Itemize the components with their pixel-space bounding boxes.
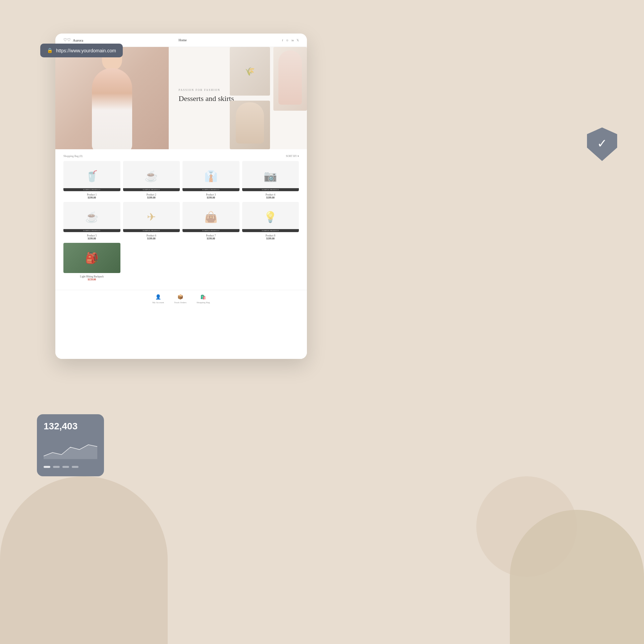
product-price-5: $199.00 — [63, 237, 120, 240]
hero-image-right — [273, 47, 307, 111]
bg-shape-left — [0, 476, 168, 644]
stats-chart — [44, 438, 97, 462]
product-image-7: 👜 SAMPLE PRODUCT — [182, 202, 239, 232]
hero-section: PASSION FOR FASHION Desserts and skirts … — [55, 47, 307, 149]
url-bar[interactable]: 🔒 https://www.yourdomain.com — [40, 44, 123, 57]
bg-shape-right2 — [476, 476, 577, 577]
shopping-bag-label: Shopping Bag (0) — [63, 155, 83, 158]
product-card-3[interactable]: 👔 SAMPLE PRODUCT Product 3 $199.00 — [182, 161, 239, 199]
shopping-bag-label-footer: Shopping Bag — [197, 301, 210, 304]
hero-model-image — [55, 47, 169, 149]
sample-badge-2: SAMPLE PRODUCT — [123, 188, 180, 191]
sample-badge-4: SAMPLE PRODUCT — [242, 188, 299, 191]
hero-left — [55, 47, 169, 149]
lock-icon: 🔒 — [47, 48, 53, 53]
shield-shape: ✓ — [587, 127, 617, 161]
hero-image-bottom — [230, 101, 270, 149]
site-footer: 👤 My Account 📦 Track Orders 🛍️ Shopping … — [55, 290, 307, 308]
product-image-4: 📷 SAMPLE PRODUCT — [242, 161, 299, 191]
hero-right: PASSION FOR FASHION Desserts and skirts … — [169, 47, 307, 149]
product-name-4: Product 4 — [242, 193, 299, 196]
product-price-8: $199.00 — [242, 237, 299, 240]
model-figure — [92, 68, 132, 150]
sample-badge-8: SAMPLE PRODUCT — [242, 229, 299, 232]
product-image-9: 🎒 — [63, 243, 120, 273]
product-name-8: Product 8 — [242, 234, 299, 237]
social-facebook[interactable]: f — [282, 39, 283, 42]
sample-badge-3: SAMPLE PRODUCT — [182, 188, 239, 191]
stats-dot-2 — [53, 466, 60, 468]
social-icons: f ☺ in 𝕏 — [282, 39, 299, 42]
hero-images-grid: 🌾 — [230, 47, 307, 149]
product-name-6: Product 6 — [123, 234, 180, 237]
product-card-5[interactable]: ☕ SAMPLE PRODUCT Product 5 $199.00 — [63, 202, 120, 240]
footer-shopping-bag[interactable]: 🛍️ Shopping Bag — [197, 294, 210, 304]
track-orders-icon: 📦 — [177, 294, 183, 300]
shield-check-icon: ✓ — [597, 137, 607, 151]
product-card-2[interactable]: ☕ SAMPLE PRODUCT Product 2 $199.00 — [123, 161, 180, 199]
product-image-1: 🥤 SAMPLE PRODUCT — [63, 161, 120, 191]
product-price-2: $199.00 — [123, 196, 180, 199]
site-logo: ♡♡ Aurora — [63, 38, 83, 43]
shield-badge: ✓ — [587, 127, 617, 161]
product-image-6: ✈ SAMPLE PRODUCT — [123, 202, 180, 232]
website: ♡♡ Aurora Home f ☺ in 𝕏 — [55, 34, 307, 359]
product-image-8: 💡 SAMPLE PRODUCT — [242, 202, 299, 232]
product-card-1[interactable]: 🥤 SAMPLE PRODUCT Product 1 $199.00 — [63, 161, 120, 199]
product-price-6: $199.00 — [123, 237, 180, 240]
product-price-1: $199.00 — [63, 196, 120, 199]
sample-badge-5: SAMPLE PRODUCT — [63, 229, 120, 232]
product-name-1: Product 1 — [63, 193, 120, 196]
product-name-7: Product 7 — [182, 234, 239, 237]
stats-number: 132,403 — [44, 421, 97, 432]
stats-dots — [44, 466, 97, 468]
my-account-icon: 👤 — [155, 294, 161, 300]
stats-dot-3 — [62, 466, 69, 468]
product-section-header: Shopping Bag (0) SORT BY ▾ — [63, 155, 299, 158]
product-card-4[interactable]: 📷 SAMPLE PRODUCT Product 4 $199.00 — [242, 161, 299, 199]
product-image-2: ☕ SAMPLE PRODUCT — [123, 161, 180, 191]
product-section: Shopping Bag (0) SORT BY ▾ 🥤 SAMPLE PROD… — [55, 149, 307, 286]
stats-card: 132,403 — [37, 414, 104, 476]
hero-image-top: 🌾 — [230, 47, 270, 96]
product-card-9[interactable]: 🎒 Light Hiking Backpack $159.00 — [63, 243, 120, 281]
product-image-5: ☕ SAMPLE PRODUCT — [63, 202, 120, 232]
product-image-3: 👔 SAMPLE PRODUCT — [182, 161, 239, 191]
sample-badge-6: SAMPLE PRODUCT — [123, 229, 180, 232]
footer-my-account[interactable]: 👤 My Account — [152, 294, 164, 304]
logo-text: Aurora — [73, 38, 83, 42]
url-text: https://www.yourdomain.com — [56, 48, 116, 53]
sample-badge-1: SAMPLE PRODUCT — [63, 188, 120, 191]
social-linkedin[interactable]: in — [291, 39, 294, 42]
track-orders-label: Track Orders — [174, 301, 186, 304]
product-name-9: Light Hiking Backpack — [63, 275, 120, 278]
stats-dot-4 — [72, 466, 78, 468]
social-twitter[interactable]: 𝕏 — [297, 39, 299, 42]
product-card-6[interactable]: ✈ SAMPLE PRODUCT Product 6 $199.00 — [123, 202, 180, 240]
product-price-7: $199.00 — [182, 237, 239, 240]
nav-link-home[interactable]: Home — [178, 38, 186, 42]
product-price-9: $159.00 — [63, 278, 120, 281]
product-grid: 🥤 SAMPLE PRODUCT Product 1 $199.00 ☕ SAM… — [63, 161, 299, 281]
logo-icon: ♡♡ — [63, 38, 71, 43]
browser-frame: ♡♡ Aurora Home f ☺ in 𝕏 — [55, 34, 307, 359]
my-account-label: My Account — [152, 301, 164, 304]
social-instagram[interactable]: ☺ — [286, 39, 289, 42]
product-name-3: Product 3 — [182, 193, 239, 196]
stats-dot-1 — [44, 466, 50, 468]
product-price-4: $199.00 — [242, 196, 299, 199]
product-card-7[interactable]: 👜 SAMPLE PRODUCT Product 7 $199.00 — [182, 202, 239, 240]
footer-track-orders[interactable]: 📦 Track Orders — [174, 294, 186, 304]
product-card-8[interactable]: 💡 SAMPLE PRODUCT Product 8 $199.00 — [242, 202, 299, 240]
product-name-2: Product 2 — [123, 193, 180, 196]
sort-label[interactable]: SORT BY ▾ — [286, 155, 299, 158]
product-name-5: Product 5 — [63, 234, 120, 237]
product-price-3: $199.00 — [182, 196, 239, 199]
site-nav-links[interactable]: Home — [178, 38, 186, 42]
shopping-bag-icon: 🛍️ — [200, 294, 206, 300]
sample-badge-7: SAMPLE PRODUCT — [182, 229, 239, 232]
